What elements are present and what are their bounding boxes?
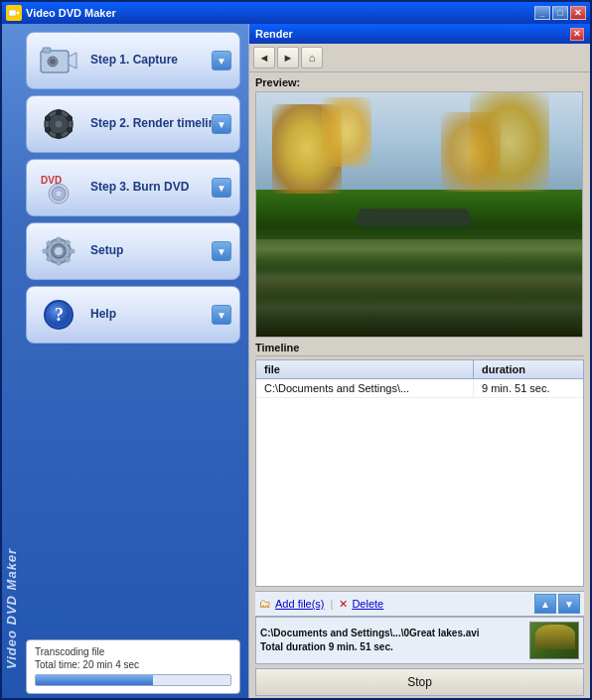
svg-point-10 [57,110,62,115]
setup-label: Setup [90,243,123,259]
step1-label: Step 1. Capture [90,53,178,69]
foliage-4 [441,112,501,192]
svg-rect-25 [57,260,61,265]
film-icon [37,102,80,146]
timeline-label: Timeline [255,342,584,356]
svg-rect-24 [57,237,61,242]
svg-rect-0 [9,10,16,16]
svg-point-20 [58,193,61,196]
home-button[interactable]: ⌂ [301,47,323,69]
svg-text:?: ? [55,305,64,325]
progress-area: Transcoding file Total time: 20 min 4 se… [26,639,240,694]
render-toolbar: ◄ ► ⌂ [249,44,590,72]
timeline-header: file duration [256,360,583,379]
dvd-icon: DVD [37,166,80,210]
preview-image [255,91,583,338]
main-window: Video DVD Maker _ □ ✕ Video DVD Maker [0,0,592,700]
svg-rect-26 [43,249,48,253]
render-titlebar: Render ✕ [249,24,590,44]
row-file: C:\Documents and Settings\... [256,379,474,397]
progress-bar [35,674,231,686]
svg-point-23 [55,247,63,255]
svg-point-12 [46,116,51,121]
back-icon: ◄ [259,52,270,64]
foliage-2 [322,97,371,167]
maximize-button[interactable]: □ [552,6,568,20]
svg-rect-27 [70,249,74,253]
sidebar-item-setup[interactable]: Setup ▼ [26,222,240,280]
step3-label: Step 3. Burn DVD [90,180,189,196]
move-buttons: ▲ ▼ [534,594,580,614]
timeline-actions: 🗂 Add file(s) | ✕ Delete ▲ ▼ [255,591,584,617]
row-duration: 9 min. 51 sec. [474,379,583,397]
render-close-button[interactable]: ✕ [570,28,584,41]
sidebar-item-burn[interactable]: DVD Step 3. Burn DVD ▼ [26,159,240,216]
sidebar: Video DVD Maker Step 1. Capture [2,24,248,698]
step1-arrow[interactable]: ▼ [212,51,231,70]
file-duration: Total duration 9 min. 51 sec. [260,640,523,654]
add-file-icon: 🗂 [259,597,271,611]
time-value: 20 min 4 sec [82,659,139,670]
forward-button[interactable]: ► [277,47,299,69]
window-title: Video DVD Maker [26,7,534,19]
svg-point-15 [68,128,73,133]
move-down-button[interactable]: ▼ [558,594,580,614]
stop-button[interactable]: Stop [255,668,584,696]
window-controls: _ □ ✕ [534,6,586,20]
time-label: Total time: [35,659,80,670]
col-file: file [256,360,474,378]
col-duration: duration [474,360,583,378]
sidebar-item-help[interactable]: ? Help ▼ [26,286,240,344]
progress-time: Total time: 20 min 4 sec [35,659,231,670]
step3-arrow[interactable]: ▼ [212,178,231,198]
svg-point-11 [57,134,62,139]
step-items: Step 1. Capture ▼ [2,24,248,635]
svg-rect-6 [43,48,51,53]
main-content: Video DVD Maker Step 1. Capture [2,24,590,698]
step2-label: Step 2. Render timeline [90,116,222,132]
chevron-down-icon: ▼ [217,56,226,67]
chevron-down-icon: ▼ [217,310,226,321]
chevron-down-icon: ▼ [217,183,226,194]
file-info-text: C:\Documents and Settings\...\0Great lak… [260,627,523,654]
svg-point-14 [46,128,51,133]
up-arrow-icon: ▲ [540,599,550,610]
timeline-section: Timeline file duration C:\Documents and … [249,340,590,698]
preview-section: Preview: [249,72,590,340]
preview-label: Preview: [255,76,584,88]
right-panel: Render ✕ ◄ ► ⌂ Preview: [248,24,590,698]
setup-arrow[interactable]: ▼ [212,241,231,261]
close-button[interactable]: ✕ [570,6,586,20]
back-button[interactable]: ◄ [253,47,275,69]
app-icon [6,5,22,21]
sidebar-item-capture[interactable]: Step 1. Capture ▼ [26,32,240,89]
delete-button[interactable]: Delete [352,598,383,610]
file-thumbnail [529,622,579,659]
minimize-button[interactable]: _ [534,6,550,20]
sidebar-item-render[interactable]: Step 2. Render timeline ▼ [26,95,240,153]
svg-point-5 [50,59,56,65]
render-panel-title: Render [255,28,570,40]
home-icon: ⌂ [309,52,316,64]
progress-bar-fill [36,675,153,685]
title-bar: Video DVD Maker _ □ ✕ [2,2,590,24]
svg-marker-3 [69,53,76,69]
file-info: C:\Documents and Settings\...\0Great lak… [255,617,584,664]
file-path: C:\Documents and Settings\...\0Great lak… [260,627,523,640]
gear-icon [37,229,80,273]
add-files-button[interactable]: Add file(s) [275,598,325,610]
svg-marker-1 [16,11,19,15]
delete-icon: ✕ [339,598,348,611]
help-label: Help [90,307,116,323]
chevron-down-icon: ▼ [217,119,226,130]
sidebar-label: Video DVD Maker [2,529,20,688]
move-up-button[interactable]: ▲ [534,594,556,614]
timeline-table: file duration C:\Documents and Settings\… [255,359,584,587]
svg-point-9 [55,120,63,128]
help-arrow[interactable]: ▼ [212,305,231,325]
step2-arrow[interactable]: ▼ [212,114,231,134]
water-area [256,239,582,337]
table-row: C:\Documents and Settings\... 9 min. 51 … [256,379,583,398]
help-icon: ? [37,293,80,337]
chevron-down-icon: ▼ [217,246,226,257]
